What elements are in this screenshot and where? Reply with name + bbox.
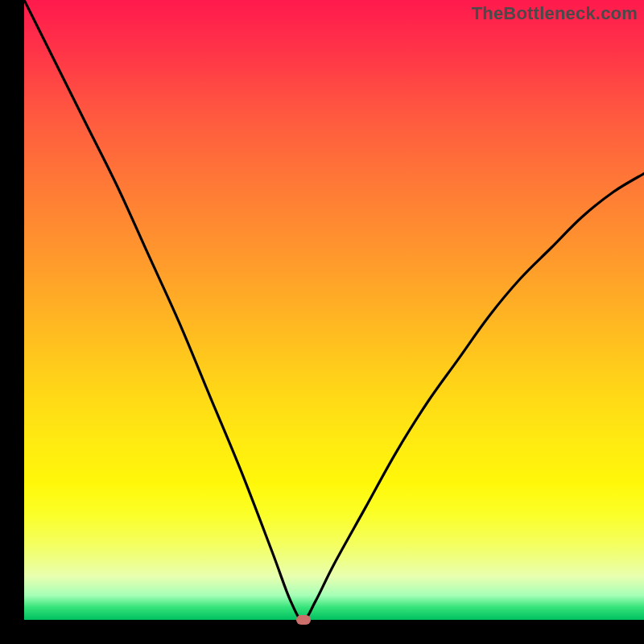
minimum-marker [296,615,311,625]
bottleneck-curve [24,0,644,620]
watermark-text: TheBottleneck.com [472,3,638,24]
plot-area: TheBottleneck.com [24,0,644,620]
chart-frame: TheBottleneck.com [0,0,644,644]
